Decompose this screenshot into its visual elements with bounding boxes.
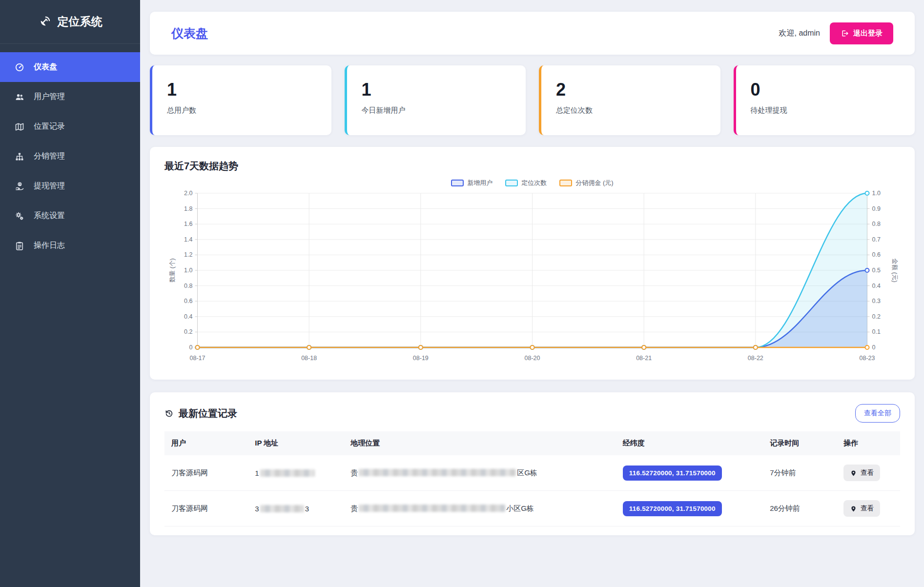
- svg-text:0.3: 0.3: [872, 298, 881, 304]
- app-logo: 定位系统: [0, 0, 140, 44]
- svg-text:0.8: 0.8: [184, 283, 192, 289]
- cell-coords: 116.52720000, 31.71570000: [617, 491, 764, 526]
- sitemap-icon: [15, 152, 24, 162]
- sidebar-menu: 仪表盘用户管理位置记录分销管理提现管理系统设置操作日志: [0, 52, 140, 261]
- stat-card-1: 1今日新增用户: [345, 65, 526, 135]
- svg-text:0.2: 0.2: [872, 313, 881, 320]
- svg-text:1.0: 1.0: [872, 190, 881, 197]
- sidebar-item-location-records[interactable]: 位置记录: [0, 112, 140, 142]
- column-header-1: IP 地址: [249, 431, 345, 455]
- stat-value: 0: [751, 80, 901, 100]
- stats-grid: 1总用户数1今日新增用户2总定位次数0待处理提现: [150, 65, 915, 135]
- records-head: 最新位置记录 查看全部: [164, 404, 900, 423]
- clipboard-icon: [15, 241, 24, 251]
- legend-item[interactable]: 新增用户: [451, 179, 493, 187]
- sidebar-item-label: 位置记录: [34, 121, 65, 132]
- svg-text:1.6: 1.6: [184, 221, 192, 227]
- satellite-dish-icon: [38, 15, 51, 28]
- svg-text:0.6: 0.6: [872, 251, 881, 258]
- sidebar-item-withdrawals[interactable]: 提现管理: [0, 171, 140, 201]
- svg-text:1.8: 1.8: [184, 205, 192, 212]
- svg-text:2.0: 2.0: [184, 190, 192, 197]
- redacted-location: [359, 505, 505, 512]
- sidebar-item-users[interactable]: 用户管理: [0, 82, 140, 112]
- svg-text:08-21: 08-21: [636, 355, 652, 362]
- trend-chart: 000.20.10.40.20.60.30.80.41.00.51.20.61.…: [164, 188, 900, 372]
- sidebar-item-label: 操作日志: [34, 241, 65, 251]
- logout-button[interactable]: 退出登录: [830, 22, 893, 44]
- logout-button-label: 退出登录: [853, 29, 883, 38]
- map-marker-icon: [850, 469, 857, 477]
- view-button[interactable]: 查看: [843, 500, 880, 517]
- legend-item[interactable]: 定位次数: [505, 179, 547, 187]
- sidebar-item-label: 用户管理: [34, 92, 65, 102]
- gauge-icon: [15, 62, 24, 72]
- sidebar-item-label: 仪表盘: [34, 62, 57, 72]
- svg-text:0.4: 0.4: [872, 283, 881, 289]
- trend-card: 最近7天数据趋势 新增用户定位次数分销佣金 (元) 000.20.10.40.2…: [150, 147, 915, 380]
- stat-label: 总定位次数: [556, 106, 706, 115]
- view-button[interactable]: 查看: [843, 465, 880, 481]
- table-row: 刀客源码网1贵区G栋116.52720000, 31.715700007分钟前查…: [164, 455, 900, 491]
- svg-text:0.5: 0.5: [872, 267, 881, 274]
- table-row: 刀客源码网33贵小区G栋116.52720000, 31.7157000026分…: [164, 491, 900, 526]
- svg-text:08-19: 08-19: [413, 355, 429, 362]
- welcome-text: 欢迎, admin: [779, 28, 820, 39]
- svg-text:0.6: 0.6: [184, 298, 192, 304]
- svg-text:0.7: 0.7: [872, 236, 881, 243]
- svg-text:0.2: 0.2: [184, 328, 192, 335]
- main-content: 仪表盘 欢迎, admin 退出登录 1总用户数1今日新增用户2总定位次数0待处…: [140, 0, 924, 535]
- stat-label: 待处理提现: [751, 106, 901, 115]
- sidebar-item-dashboard[interactable]: 仪表盘: [0, 52, 140, 82]
- svg-text:金额 (元): 金额 (元): [891, 258, 898, 282]
- sidebar-item-logs[interactable]: 操作日志: [0, 231, 140, 261]
- map-location-icon: [15, 122, 24, 132]
- cell-coords: 116.52720000, 31.71570000: [617, 455, 764, 491]
- stat-label: 今日新增用户: [362, 106, 512, 115]
- records-body: 刀客源码网1贵区G栋116.52720000, 31.715700007分钟前查…: [164, 455, 900, 526]
- svg-text:1.2: 1.2: [184, 251, 192, 258]
- gears-icon: [15, 211, 24, 221]
- column-header-5: 操作: [838, 431, 900, 455]
- cell-location: 贵区G栋: [345, 455, 617, 491]
- map-marker-icon: [850, 505, 857, 512]
- sidebar-item-settings[interactable]: 系统设置: [0, 201, 140, 231]
- view-all-button[interactable]: 查看全部: [855, 404, 900, 423]
- column-header-0: 用户: [164, 431, 249, 455]
- svg-text:0.1: 0.1: [872, 328, 881, 335]
- legend-swatch: [505, 180, 518, 186]
- stat-value: 1: [362, 80, 512, 100]
- svg-text:08-23: 08-23: [860, 355, 875, 362]
- redacted-ip: [260, 469, 315, 477]
- cell-ip: 33: [249, 491, 345, 526]
- cell-location: 贵小区G栋: [345, 491, 617, 526]
- svg-text:08-22: 08-22: [748, 355, 763, 362]
- cell-user: 刀客源码网: [164, 455, 249, 491]
- app-title: 定位系统: [58, 14, 103, 29]
- coordinates-badge: 116.52720000, 31.71570000: [623, 466, 722, 481]
- trend-title: 最近7天数据趋势: [164, 160, 900, 173]
- view-button-label: 查看: [861, 504, 874, 513]
- stat-card-0: 1总用户数: [150, 65, 331, 135]
- cell-action: 查看: [838, 491, 900, 526]
- svg-text:1.4: 1.4: [184, 236, 192, 243]
- users-icon: [15, 92, 24, 102]
- stat-value: 2: [556, 80, 706, 100]
- stat-label: 总用户数: [167, 106, 317, 115]
- svg-text:08-17: 08-17: [190, 355, 205, 362]
- svg-text:0.9: 0.9: [872, 205, 881, 212]
- records-card: 最新位置记录 查看全部 用户IP 地址地理位置经纬度记录时间操作 刀客源码网1贵…: [150, 392, 915, 535]
- records-title-row: 最新位置记录: [164, 407, 237, 420]
- legend-label: 分销佣金 (元): [575, 179, 613, 187]
- column-header-3: 经纬度: [617, 431, 764, 455]
- column-header-2: 地理位置: [345, 431, 617, 455]
- sidebar-item-label: 系统设置: [34, 211, 65, 221]
- sidebar-item-distribution[interactable]: 分销管理: [0, 142, 140, 171]
- column-header-4: 记录时间: [764, 431, 838, 455]
- header-right: 欢迎, admin 退出登录: [779, 22, 893, 44]
- legend-item[interactable]: 分销佣金 (元): [559, 179, 613, 187]
- svg-text:08-20: 08-20: [525, 355, 540, 362]
- legend-swatch: [559, 180, 572, 186]
- legend-label: 新增用户: [467, 179, 493, 187]
- svg-text:0.4: 0.4: [184, 313, 192, 320]
